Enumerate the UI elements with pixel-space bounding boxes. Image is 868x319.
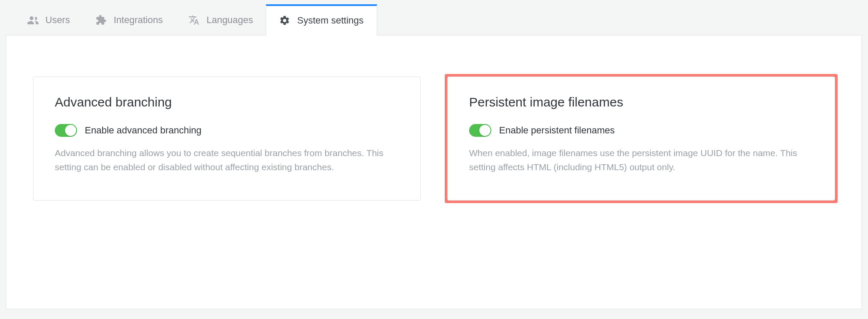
language-icon (188, 15, 199, 26)
card-description: Advanced branching allows you to create … (55, 146, 399, 174)
tabs-bar: Users Integrations Languages System sett… (6, 4, 862, 35)
toggle-label: Enable persistent filenames (499, 125, 615, 136)
card-persistent-filenames-wrap: Persistent image filenames Enable persis… (445, 74, 838, 203)
tab-integrations[interactable]: Integrations (83, 4, 175, 35)
toggle-persistent-filenames[interactable] (469, 124, 491, 137)
card-title: Advanced branching (55, 95, 399, 109)
settings-panel: Advanced branching Enable advanced branc… (6, 35, 862, 309)
card-advanced-branching-wrap: Advanced branching Enable advanced branc… (30, 74, 423, 203)
tab-system-settings[interactable]: System settings (266, 4, 377, 35)
toggle-knob (479, 125, 490, 136)
puzzle-icon (95, 15, 107, 26)
tab-label: System settings (297, 15, 363, 26)
gear-icon (279, 15, 290, 26)
tab-label: Integrations (113, 15, 163, 26)
toggle-advanced-branching[interactable] (55, 124, 77, 137)
users-icon (27, 15, 39, 26)
card-title: Persistent image filenames (469, 95, 813, 109)
tab-label: Languages (206, 15, 253, 26)
tab-label: Users (45, 15, 70, 26)
card-advanced-branching: Advanced branching Enable advanced branc… (33, 77, 421, 201)
card-persistent-filenames: Persistent image filenames Enable persis… (447, 77, 835, 201)
toggle-knob (65, 125, 76, 136)
tab-languages[interactable]: Languages (175, 4, 266, 35)
toggle-label: Enable advanced branching (85, 125, 202, 136)
tab-users[interactable]: Users (15, 4, 83, 35)
card-description: When enabled, image filenames use the pe… (469, 146, 813, 174)
